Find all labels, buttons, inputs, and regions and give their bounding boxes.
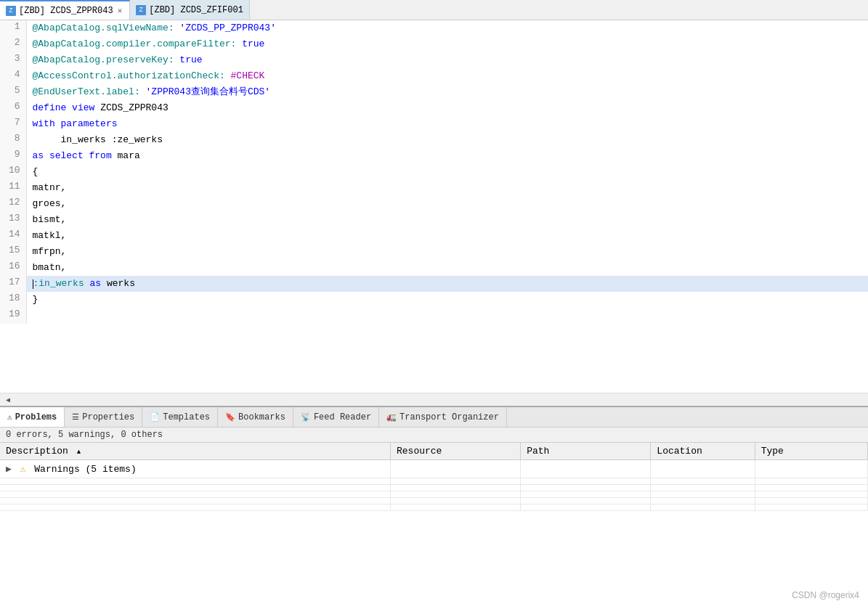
code-line-5: 5@EndUserText.label: 'ZPPR043查询集合料号CDS': [0, 84, 868, 100]
table-row: ▶ ⚠ Warnings (5 items): [0, 460, 868, 478]
watermark: CSDN @rogerix4: [792, 590, 859, 600]
tab-transport[interactable]: 🚛 Transport Organizer: [379, 407, 507, 427]
location-cell: [651, 460, 755, 478]
table-row: [0, 491, 868, 498]
line-code-19[interactable]: [26, 308, 868, 324]
line-code-4[interactable]: @AccessControl.authorizationCheck: #CHEC…: [26, 68, 868, 84]
line-number-6: 6: [0, 100, 26, 116]
line-number-1: 1: [0, 20, 26, 36]
code-line-12: 12groes,: [0, 196, 868, 212]
table-row: [0, 504, 868, 511]
line-code-16[interactable]: bmatn,: [26, 260, 868, 276]
col-description[interactable]: Description ▲: [0, 443, 391, 460]
warning-label: Warnings (5 items): [34, 464, 136, 475]
line-code-7[interactable]: with parameters: [26, 116, 868, 132]
line-number-11: 11: [0, 180, 26, 196]
line-code-9[interactable]: as select from mara: [26, 148, 868, 164]
line-number-3: 3: [0, 52, 26, 68]
tab-close-1[interactable]: ✕: [116, 5, 124, 16]
code-line-19: 19: [0, 308, 868, 324]
table-header-row: Description ▲ Resource Path Location Typ…: [0, 443, 868, 460]
tab-bookmarks[interactable]: 🔖 Bookmarks: [218, 407, 293, 427]
tab-problems[interactable]: ⚠ Problems: [0, 407, 65, 427]
line-number-18: 18: [0, 292, 26, 308]
feedreader-icon: 📡: [301, 412, 311, 422]
file-icon-2: Z: [136, 5, 146, 15]
scroll-left-btn[interactable]: ◀: [3, 394, 13, 406]
line-code-6[interactable]: define view ZCDS_ZPPR043: [26, 100, 868, 116]
tab-transport-label: Transport Organizer: [399, 412, 499, 422]
code-line-3: 3@AbapCatalog.preserveKey: true: [0, 52, 868, 68]
line-number-12: 12: [0, 196, 26, 212]
tab-zcds-zppr043[interactable]: Z [ZBD] ZCDS_ZPPR043 ✕: [0, 0, 130, 20]
code-line-1: 1@AbapCatalog.sqlViewName: 'ZCDS_PP_ZPPR…: [0, 20, 868, 36]
expand-button[interactable]: ▶: [6, 464, 12, 475]
line-number-10: 10: [0, 164, 26, 180]
panel-tab-bar: ⚠ Problems ☰ Properties 📄 Templates 🔖 Bo…: [0, 407, 868, 428]
line-number-9: 9: [0, 148, 26, 164]
col-type[interactable]: Type: [755, 443, 867, 460]
tab-problems-label: Problems: [15, 412, 57, 422]
code-line-14: 14matkl,: [0, 228, 868, 244]
tab-label-1: [ZBD] ZCDS_ZPPR043: [19, 6, 113, 16]
line-code-1[interactable]: @AbapCatalog.sqlViewName: 'ZCDS_PP_ZPPR0…: [26, 20, 868, 36]
line-code-12[interactable]: groes,: [26, 196, 868, 212]
line-number-7: 7: [0, 116, 26, 132]
table-row: [0, 498, 868, 504]
line-number-2: 2: [0, 36, 26, 52]
col-location[interactable]: Location: [651, 443, 755, 460]
resource-cell: [391, 460, 521, 478]
code-line-13: 13bismt,: [0, 212, 868, 228]
line-number-4: 4: [0, 68, 26, 84]
tab-properties[interactable]: ☰ Properties: [65, 407, 142, 427]
line-code-18[interactable]: }: [26, 292, 868, 308]
line-code-13[interactable]: bismt,: [26, 212, 868, 228]
tab-bookmarks-label: Bookmarks: [238, 412, 285, 422]
problems-icon: ⚠: [7, 412, 12, 422]
code-line-15: 15mfrpn,: [0, 244, 868, 260]
code-line-8: 8 in_werks :ze_werks: [0, 132, 868, 148]
code-line-11: 11matnr,: [0, 180, 868, 196]
tab-feedreader[interactable]: 📡 Feed Reader: [293, 407, 379, 427]
code-line-7: 7with parameters: [0, 116, 868, 132]
col-path[interactable]: Path: [521, 443, 651, 460]
code-line-10: 10{: [0, 164, 868, 180]
line-code-11[interactable]: matnr,: [26, 180, 868, 196]
line-code-5[interactable]: @EndUserText.label: 'ZPPR043查询集合料号CDS': [26, 84, 868, 100]
tab-label-2: [ZBD] ZCDS_ZFIF001: [149, 5, 243, 15]
line-number-19: 19: [0, 308, 26, 324]
code-line-2: 2@AbapCatalog.compiler.compareFilter: tr…: [0, 36, 868, 52]
line-code-14[interactable]: matkl,: [26, 228, 868, 244]
tab-feedreader-label: Feed Reader: [314, 412, 371, 422]
line-code-15[interactable]: mfrpn,: [26, 244, 868, 260]
file-icon-1: Z: [6, 6, 16, 16]
code-line-4: 4@AccessControl.authorizationCheck: #CHE…: [0, 68, 868, 84]
sort-arrow-description: ▲: [77, 449, 81, 456]
code-line-9: 9as select from mara: [0, 148, 868, 164]
horizontal-scrollbar[interactable]: ◀: [0, 393, 868, 406]
code-table: 1@AbapCatalog.sqlViewName: 'ZCDS_PP_ZPPR…: [0, 20, 868, 324]
status-bar: 0 errors, 5 warnings, 0 others: [0, 428, 868, 443]
tab-templates[interactable]: 📄 Templates: [142, 407, 218, 427]
line-number-17: 17: [0, 276, 26, 292]
line-number-15: 15: [0, 244, 26, 260]
line-code-8[interactable]: in_werks :ze_werks: [26, 132, 868, 148]
bottom-panel: ⚠ Problems ☰ Properties 📄 Templates 🔖 Bo…: [0, 406, 868, 609]
tab-zcds-zfif001[interactable]: Z [ZBD] ZCDS_ZFIF001: [130, 0, 250, 20]
type-cell: [755, 460, 867, 478]
line-code-2[interactable]: @AbapCatalog.compiler.compareFilter: tru…: [26, 36, 868, 52]
transport-icon: 🚛: [386, 412, 397, 422]
line-code-10[interactable]: {: [26, 164, 868, 180]
code-container[interactable]: 1@AbapCatalog.sqlViewName: 'ZCDS_PP_ZPPR…: [0, 20, 868, 393]
templates-icon: 📄: [150, 412, 160, 422]
line-code-17[interactable]: :in_werks as werks: [26, 276, 868, 292]
code-line-6: 6define view ZCDS_ZPPR043: [0, 100, 868, 116]
col-resource[interactable]: Resource: [391, 443, 521, 460]
code-line-18: 18}: [0, 292, 868, 308]
properties-icon: ☰: [72, 412, 79, 422]
bookmarks-icon: 🔖: [225, 412, 235, 422]
editor-area: 1@AbapCatalog.sqlViewName: 'ZCDS_PP_ZPPR…: [0, 20, 868, 406]
line-number-14: 14: [0, 228, 26, 244]
tab-bar: Z [ZBD] ZCDS_ZPPR043 ✕ Z [ZBD] ZCDS_ZFIF…: [0, 0, 868, 20]
line-code-3[interactable]: @AbapCatalog.preserveKey: true: [26, 52, 868, 68]
